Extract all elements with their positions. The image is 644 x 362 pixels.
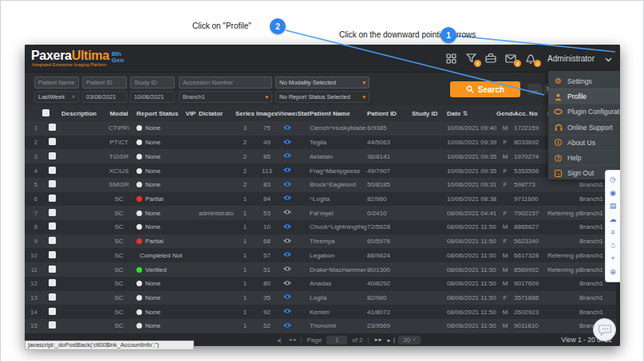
- viewer-eye-icon[interactable]: [282, 139, 292, 145]
- last-page-icon[interactable]: ►▕: [387, 337, 394, 343]
- sort-icon[interactable]: ⇅: [460, 110, 468, 117]
- viewer-eye-icon[interactable]: [282, 322, 292, 329]
- table-row[interactable]: 8 SC None 1 10 Chuck^Lightningthig 72/56…: [25, 220, 616, 234]
- modality-select[interactable]: No Modality Selected▾: [275, 77, 369, 89]
- row-checkbox[interactable]: [49, 251, 56, 258]
- row-checkbox[interactable]: [49, 321, 56, 329]
- header-vip[interactable]: VIP: [183, 110, 199, 117]
- viewer-eye-icon[interactable]: [282, 308, 292, 314]
- viewer-eye-icon[interactable]: [282, 266, 292, 272]
- table-row[interactable]: 2 PT\CT None 2 49 Tegila 44/5063 10/06/2…: [25, 136, 616, 150]
- table-row[interactable]: 11 SC Verified 1 51 Drake^MacHammer 80/1…: [25, 262, 616, 277]
- row-checkbox[interactable]: [49, 308, 56, 315]
- header-col1[interactable]: [42, 109, 61, 118]
- prev-page-icon[interactable]: ◄◄: [288, 337, 296, 342]
- patient-name-input[interactable]: Patient Name: [34, 77, 79, 89]
- globe-icon[interactable]: ⊕: [610, 269, 616, 276]
- header-stat[interactable]: Stat: [297, 110, 310, 117]
- study-id-input[interactable]: Study ID: [130, 77, 175, 89]
- viewer-eye-icon[interactable]: [282, 238, 292, 244]
- search-button[interactable]: Search: [450, 81, 520, 97]
- user-icon[interactable]: ☃: [610, 242, 616, 250]
- table-row[interactable]: 5 SM\SR None 2 83 Brock^Eaglelord 50/818…: [25, 178, 616, 192]
- menu-item-online-support[interactable]: Online Support: [548, 120, 620, 135]
- header-study-id[interactable]: Study ID: [412, 110, 447, 117]
- row-checkbox[interactable]: [49, 266, 56, 273]
- row-checkbox[interactable]: [49, 152, 56, 159]
- row-checkbox[interactable]: [49, 237, 56, 244]
- header-dictator[interactable]: Dictator: [199, 110, 234, 117]
- table-row[interactable]: 13 SC None 1 35 Logila 82/980 08/06/2021…: [25, 291, 616, 305]
- table-row[interactable]: 1 CT\PR\ None 3 75 Clench^Huskyblade 6/9…: [25, 121, 616, 136]
- table-row[interactable]: 9 SC Partial 1 68 Thremya 60/5976 08/06/…: [25, 234, 616, 249]
- table-row[interactable]: 12 SC None 1 80 Anadas 40/8292 08/06/202…: [25, 277, 616, 291]
- bell-icon[interactable]: 1: [524, 52, 537, 65]
- table-row[interactable]: 15 SC None 1 52 Thonomil 23/9569 08/06/2…: [25, 319, 616, 333]
- mail-icon[interactable]: 3: [504, 52, 517, 65]
- table-row[interactable]: 10 SC Completed Not Verifi 1 57 Legabon …: [25, 248, 616, 262]
- menu-item-settings[interactable]: ⚙ Settings: [548, 73, 620, 89]
- contact-icon[interactable]: ◉: [610, 190, 616, 197]
- chat-bubble-button[interactable]: [593, 318, 616, 341]
- viewer-eye-icon[interactable]: [282, 167, 292, 173]
- accession-number-input[interactable]: Accession Number: [179, 77, 272, 89]
- header-viewer[interactable]: Viewer: [278, 110, 297, 117]
- pin-icon[interactable]: +: [610, 255, 614, 262]
- header-images[interactable]: Images: [256, 110, 278, 117]
- viewer-eye-icon[interactable]: [282, 152, 292, 159]
- header-modal[interactable]: Modal: [101, 110, 136, 117]
- row-checkbox[interactable]: [49, 138, 56, 145]
- report-status-select[interactable]: No Report Status Selected▾: [275, 91, 369, 103]
- header-description[interactable]: Description: [61, 110, 101, 117]
- chevron-down-icon[interactable]: [605, 51, 612, 65]
- stack-icon[interactable]: ≡: [610, 229, 614, 236]
- date-range-select[interactable]: LastWeek˅: [34, 91, 79, 103]
- menu-item-plugin-configuration[interactable]: Plugin Configuration: [548, 104, 620, 119]
- row-checkbox[interactable]: [49, 167, 56, 174]
- date-to-input[interactable]: 10/06/2021: [130, 91, 175, 103]
- filter-icon[interactable]: 5: [464, 52, 477, 65]
- more-options-button[interactable]: ...: [527, 84, 542, 95]
- header-gende[interactable]: Gende: [496, 110, 514, 117]
- table-row[interactable]: 6 SC Partial 1 84 ^Logila 82/980 10/06/2…: [25, 192, 616, 207]
- viewer-eye-icon[interactable]: [282, 124, 292, 131]
- user-menu-label[interactable]: Administrator: [547, 54, 595, 63]
- menu-item-about-us[interactable]: i About Us: [548, 135, 620, 150]
- row-checkbox[interactable]: [49, 222, 56, 230]
- viewer-eye-icon[interactable]: [282, 181, 292, 187]
- row-checkbox[interactable]: [49, 180, 56, 187]
- table-row[interactable]: 4 XC\US None 2 113 Frag^Manlygeese 49/79…: [25, 163, 616, 178]
- branch-select[interactable]: Branch1▾: [179, 91, 272, 103]
- header-report-status[interactable]: Report Status: [136, 110, 183, 117]
- header-series[interactable]: Series: [234, 110, 256, 117]
- viewer-eye-icon[interactable]: [282, 293, 292, 300]
- menu-item-profile[interactable]: Profile: [548, 89, 620, 104]
- toolbox-icon[interactable]: [484, 52, 497, 65]
- table-row[interactable]: 3 TG\SR None 2 85 Aelatain 36/8141 10/06…: [25, 149, 616, 163]
- table-row[interactable]: 14 SC None 1 92 Kemim 41/8072 08/06/2021…: [25, 305, 616, 319]
- viewer-eye-icon[interactable]: [282, 223, 292, 230]
- viewer-eye-icon[interactable]: [282, 251, 292, 258]
- header-patient-id[interactable]: Patient ID: [367, 110, 412, 117]
- row-checkbox[interactable]: [49, 124, 56, 131]
- table-row[interactable]: 7 SC None administrato 1 53 Fal'myel 0/2…: [25, 206, 616, 220]
- page-number-input[interactable]: 1: [326, 336, 347, 344]
- viewer-eye-icon[interactable]: [282, 209, 292, 215]
- header-patient-name[interactable]: Patient Name: [310, 110, 367, 117]
- first-page-icon[interactable]: ◄▏: [276, 337, 283, 343]
- apps-grid-icon[interactable]: [444, 52, 457, 65]
- patient-id-input[interactable]: Patient ID: [82, 77, 127, 89]
- row-checkbox[interactable]: [49, 279, 56, 286]
- row-checkbox[interactable]: [49, 209, 56, 216]
- clock-icon[interactable]: ◷: [610, 176, 616, 183]
- header-acc-no[interactable]: Acc. No: [514, 110, 547, 117]
- cloud-icon[interactable]: ☁: [610, 216, 617, 223]
- viewer-eye-icon[interactable]: [282, 195, 292, 201]
- next-page-icon[interactable]: ►►: [374, 337, 382, 342]
- date-from-input[interactable]: 03/06/2021: [82, 91, 127, 103]
- file-icon[interactable]: ▤: [610, 203, 617, 210]
- page-size-select[interactable]: 20˅: [398, 336, 421, 344]
- row-checkbox[interactable]: [49, 293, 56, 301]
- select-all-checkbox[interactable]: [42, 109, 49, 116]
- menu-item-help[interactable]: ? Help: [548, 150, 620, 165]
